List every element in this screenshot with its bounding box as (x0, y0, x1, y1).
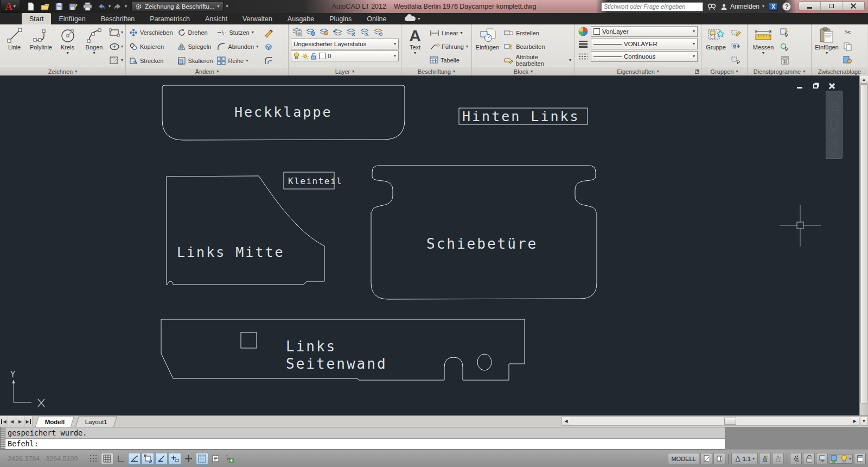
status-toggle-raster[interactable] (101, 453, 113, 465)
undo-button[interactable] (95, 1, 108, 12)
tab-modell[interactable]: Modell (35, 416, 75, 427)
modell-papier-button[interactable]: MODELL (668, 453, 699, 464)
annotation-visibility-button[interactable] (759, 453, 771, 464)
auto-annotation-scale-button[interactable] (772, 453, 784, 464)
isolate-objects-bulb-icon[interactable] (841, 455, 847, 463)
gruppe-bearbeiten-button[interactable] (730, 26, 743, 39)
tabelle-button[interactable]: Tabelle (428, 54, 470, 67)
heckklappe-label[interactable]: Heckklappe (234, 104, 333, 120)
new-button[interactable] (24, 1, 37, 12)
command-window[interactable]: gespeichert wurde. Befehl: (0, 427, 725, 450)
redo-button[interactable] (111, 1, 124, 12)
sign-in-button[interactable]: Anmelden ▾ (720, 3, 764, 10)
messen-button[interactable]: Messen ▾ (749, 26, 777, 67)
skalieren-button[interactable]: Skalieren (176, 54, 215, 67)
spiegeln-button[interactable]: Spiegeln (176, 40, 215, 53)
save-button[interactable] (53, 1, 66, 12)
layer-einfrieren-button[interactable] (345, 26, 357, 37)
fuehrung-button[interactable]: Führung ▾ (428, 40, 470, 53)
clean-screen-button[interactable] (854, 453, 866, 464)
navigation-bar[interactable]: 2D (826, 91, 843, 159)
minimize-button[interactable] (799, 2, 821, 10)
schiebetuere-label[interactable]: Schiebetüre (426, 236, 538, 252)
drehen-button[interactable]: Drehen (176, 26, 215, 39)
status-toggle-transparenz[interactable] (196, 453, 208, 465)
seitenwand-square-cutout[interactable] (241, 332, 257, 348)
annotation-scale-button[interactable]: 1:1 ▾ (731, 453, 758, 464)
explodieren-button[interactable] (262, 40, 275, 53)
tab-layout1[interactable]: Layout1 (75, 416, 117, 427)
block-erstellen-button[interactable]: Erstellen (502, 27, 573, 40)
status-toggle-auswahlzyklus[interactable] (223, 453, 235, 465)
previous-tab-button[interactable]: ◀ (8, 416, 16, 427)
tab-ausgabe[interactable]: Ausgabe (280, 13, 322, 24)
search-icon[interactable] (707, 3, 716, 10)
objects-status-icon[interactable] (831, 455, 839, 463)
vertical-scroll-thumb[interactable] (860, 84, 867, 403)
links-mitte-label[interactable]: Links Mitte (177, 244, 285, 260)
versetzen-button[interactable] (262, 54, 275, 67)
close-button[interactable] (843, 2, 864, 10)
horizontal-scroll-thumb[interactable] (724, 418, 736, 425)
tab-beschriften[interactable]: Beschriften (93, 13, 143, 24)
next-tab-button[interactable]: ▶ (16, 416, 24, 427)
hardware-acceleration-button[interactable] (816, 453, 828, 464)
mit-basispunkt-kopieren-button[interactable] (841, 54, 854, 67)
rechteck-dropdown-icon[interactable]: ▾ (121, 30, 123, 35)
vorheriger-layer-button[interactable] (331, 26, 343, 37)
links-label[interactable]: Links (286, 338, 336, 355)
application-menu-button[interactable]: A ▾ (1, 0, 20, 13)
cloud-menu-button[interactable]: ▾ (401, 13, 423, 24)
last-tab-button[interactable]: ▶ (24, 416, 33, 427)
drawing-minimize-button[interactable] (795, 82, 804, 90)
drawing-area[interactable]: Heckklappe Hinten Links Kleinteil Links … (0, 75, 868, 415)
status-toggle-fang[interactable] (87, 453, 100, 465)
seitenwand-circle-hole[interactable] (477, 354, 492, 370)
abrunden-button[interactable]: Abrunden ▾ (215, 40, 260, 53)
panel-label-zeichnen[interactable]: Zeichnen ▾ (0, 67, 125, 75)
scroll-left-icon[interactable]: ◀ (562, 417, 570, 425)
block-einfuegen-button[interactable]: Einfügen (474, 26, 501, 67)
kleinteil-label[interactable]: Kleinteil (288, 176, 342, 186)
drawing-restore-button[interactable] (811, 82, 820, 90)
polylinie-button[interactable]: Polylinie (28, 26, 54, 67)
restore-button[interactable] (821, 2, 843, 10)
command-prompt-input[interactable]: Befehl: (5, 439, 725, 450)
gruppe-button[interactable]: Gruppe (703, 26, 729, 67)
workspace-settings-button[interactable] (790, 453, 802, 464)
text-button[interactable]: A Text ▾ (403, 26, 427, 67)
ausschneiden-button[interactable]: ✂ (841, 26, 854, 39)
layerstatus-combo[interactable]: Ungesicherter Layerstatus ▾ (291, 39, 399, 49)
scroll-down-icon[interactable]: ▼ (860, 416, 868, 426)
verschieben-button[interactable]: Verschieben (127, 26, 175, 39)
status-toggle-schnelleigenschaften[interactable] (209, 453, 222, 465)
tab-einfuegen[interactable]: Einfügen (51, 13, 93, 24)
lock-ui-button[interactable] (803, 453, 815, 464)
gruppe-auswahl-button[interactable] (730, 54, 743, 67)
schnellrechner-button[interactable] (778, 54, 792, 67)
linienstaerke-combo[interactable]: VONLAYER ▾ (591, 39, 698, 49)
scroll-up-icon[interactable]: ▲ (860, 75, 868, 84)
schraffur-button[interactable] (108, 54, 121, 67)
links-mitte-outline[interactable] (167, 176, 324, 285)
vertical-scrollbar[interactable]: ▲ (859, 75, 868, 415)
tab-parametrisch[interactable]: Parametrisch (142, 13, 197, 24)
horizontal-scrollbar[interactable]: ◀ ▶ (561, 416, 859, 426)
command-window-grip[interactable] (1, 427, 5, 449)
save-as-button[interactable] (67, 1, 80, 12)
layer-eigenschaften-button[interactable] (291, 26, 303, 37)
attribute-bearbeiten-button[interactable]: Attribute bearbeiten ▾ (502, 54, 573, 67)
status-toggle-ortho[interactable] (114, 453, 127, 465)
hinten-links-label[interactable]: Hinten Links (462, 109, 580, 124)
workspace-switcher[interactable]: Zeichnung & Beschriftu... ▾ (131, 1, 224, 12)
schnellauswahl-button[interactable] (778, 26, 792, 39)
layer-abgleichen-button[interactable] (372, 26, 384, 37)
linientyp-combo[interactable]: Continuous ▾ (591, 51, 698, 62)
layer-sperren-button[interactable] (359, 26, 371, 37)
layer-status-button[interactable] (304, 26, 316, 37)
status-toggle-polar[interactable] (128, 453, 141, 465)
layer-combo[interactable]: 0 ▾ (291, 51, 399, 61)
panel-label-eigenschaften[interactable]: Eigenschaften ▾ (575, 67, 701, 75)
schiebetuere-outline[interactable] (371, 166, 597, 299)
status-toggle-dynamische-eingabe[interactable] (169, 453, 181, 465)
